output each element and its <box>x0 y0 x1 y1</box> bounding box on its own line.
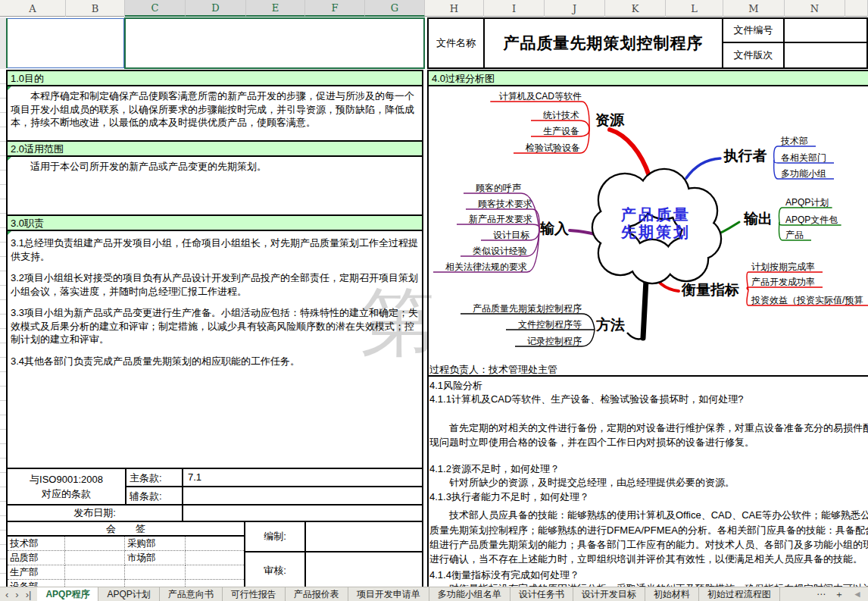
file-name-label-cell[interactable]: 文件名称 <box>427 17 485 69</box>
signoff-signature-cell[interactable] <box>65 551 125 565</box>
sheet-nav: ‹ › ›| <box>0 587 37 601</box>
section2-body-cell[interactable]: 适用于本公司所开发的新产品或产品变更的先期策划。 <box>6 155 423 216</box>
main-clause-label-cell[interactable]: 主条款: <box>125 468 183 487</box>
signoff-signature-cell[interactable] <box>186 537 244 551</box>
column-header-G[interactable]: G <box>365 0 425 17</box>
tab-extras: ⋯ ＋ ◄ <box>810 587 868 601</box>
section3-body-cell[interactable]: 3.1总经理负责组建产品开发项目小组，任命项目小组组长，对先期产品质量策划工作全… <box>6 230 423 469</box>
column-header-L[interactable]: L <box>666 0 723 17</box>
signoff-signature-cell[interactable] <box>125 565 186 580</box>
document-title-cell[interactable]: 产品质量先期策划控制程序 <box>483 17 723 69</box>
process-owner: 过程负责人：技术管理处主管 <box>429 364 557 375</box>
signoff-dept-cell[interactable]: 技术部 <box>8 537 65 551</box>
column-header-D[interactable]: D <box>186 0 246 17</box>
signoff-dept-cell[interactable]: 品质部 <box>8 551 65 565</box>
column-header-partial[interactable] <box>845 0 868 17</box>
sheet-tab-设计任务书[interactable]: 设计任务书 <box>510 587 573 601</box>
sheet-tabs: APQP程序APQP计划产品意向书可行性报告产品报价表项目开发申请单多功能小组名… <box>37 587 779 601</box>
sheet-tab-设计开发目标[interactable]: 设计开发目标 <box>573 587 645 601</box>
signoff-signature-cell[interactable] <box>186 551 244 565</box>
selection-c1-g1[interactable] <box>124 17 425 69</box>
sheet-tab-多功能小组名单[interactable]: 多功能小组名单 <box>429 587 510 601</box>
branch-curve <box>686 158 720 178</box>
section1-heading-cell[interactable]: 1.0目的 <box>6 70 423 86</box>
mindmap-item-label: APQP文件包 <box>785 214 838 225</box>
sheet-tab-初始材料[interactable]: 初始材料 <box>645 587 699 601</box>
cell-a1-green-edge <box>6 18 8 68</box>
mindmap-item-label: 计算机及CAD等软件 <box>499 91 582 102</box>
sheet-tab-产品报价表[interactable]: 产品报价表 <box>286 587 348 601</box>
signoff-signature-cell[interactable] <box>65 565 125 580</box>
review-value-cell[interactable] <box>304 551 423 590</box>
mindmap-item-label: 投资效益（投资实际值/预算 <box>751 295 863 305</box>
sheet-tab-初始过程流程图[interactable]: 初始过程流程图 <box>699 587 780 601</box>
iso-clause-label-cell[interactable]: 与ISO9001:2008 对应的条款 <box>6 468 126 506</box>
section1-body: 本程序确定和制定确保产品使顾客满意所需的新产品开发的步骤，促进与所涉及的每一个项… <box>11 90 414 128</box>
doc-no-value-cell[interactable] <box>783 17 868 43</box>
column-header-N[interactable]: N <box>785 0 845 17</box>
doc-no-label-cell[interactable]: 文件编号 <box>722 17 785 43</box>
column-header-A[interactable]: A <box>0 0 66 17</box>
mindmap-item-label: 生产设备 <box>543 126 579 136</box>
responsibility-paragraph: 3.1总经理负责组建产品开发项目小组，任命项目小组组长，对先期产品质量策划工作全… <box>11 236 420 263</box>
section2-heading-cell[interactable]: 2.0适用范围 <box>6 140 423 157</box>
tab-scroll-right-icon[interactable]: › <box>15 589 18 600</box>
column-header-M[interactable]: M <box>723 0 785 17</box>
review-label-cell[interactable]: 审核: <box>244 551 306 590</box>
owner-divider-line <box>427 375 868 377</box>
signoff-dept-cell[interactable]: 采购部 <box>125 537 186 551</box>
mindmap-branch-label: 输入 <box>539 221 570 236</box>
mindmap-item-label: 多功能小组 <box>781 168 826 179</box>
main-clause-value-cell[interactable]: 7.1 <box>182 468 423 487</box>
sub-clause-value-cell[interactable] <box>182 486 423 506</box>
sheet-tab-产品意向书[interactable]: 产品意向书 <box>160 587 223 601</box>
mindmap-item-label: 检验试验设备 <box>525 142 580 153</box>
publish-date-label-cell[interactable]: 发布日期: <box>6 504 183 522</box>
analysis-line: 4.1.4衡量指标没有完成如何处理？ <box>429 568 868 581</box>
mindmap-item-label: 记录控制程序 <box>527 336 582 346</box>
section1-body-cell[interactable]: 本程序确定和制定确保产品使顾客满意所需的新产品开发的步骤，促进与所涉及的每一个项… <box>6 85 423 142</box>
signoff-dept-cell[interactable]: 生产部 <box>8 565 65 580</box>
tab-scroll-left-icon[interactable]: ‹ <box>5 589 8 600</box>
signoff-header-cell[interactable]: 会 签 <box>6 521 245 537</box>
tab-scroll-end-icon[interactable]: ›| <box>26 589 32 600</box>
column-header-E[interactable]: E <box>246 0 305 17</box>
sheet-tab-可行性报告[interactable]: 可行性报告 <box>223 587 286 601</box>
cell-a1-b1[interactable] <box>6 18 124 68</box>
sheet-tab-APQP程序[interactable]: APQP程序 <box>37 587 98 601</box>
add-sheet-icon[interactable]: ＋ <box>835 588 844 601</box>
signoff-signature-cell[interactable] <box>186 565 244 580</box>
publish-date-value-cell[interactable] <box>182 504 423 522</box>
sub-clause-label-cell[interactable]: 辅条款: <box>125 486 183 506</box>
doc-ver-label-cell[interactable]: 文件版次 <box>722 42 785 69</box>
sheet-tab-APQP计划[interactable]: APQP计划 <box>98 587 159 601</box>
column-header-I[interactable]: I <box>484 0 545 17</box>
signoff-signature-cell[interactable] <box>65 537 125 551</box>
column-header-B[interactable]: B <box>66 0 125 17</box>
column-header-H[interactable]: H <box>425 0 484 17</box>
mindmap-item-label: 设计目标 <box>493 230 530 240</box>
mindmap-branch-label: 执行者 <box>723 148 767 164</box>
column-header-K[interactable]: K <box>605 0 666 17</box>
section4-heading-cell[interactable]: 4.0过程分析图 <box>427 70 868 86</box>
prepare-label-cell[interactable]: 编制: <box>244 521 306 552</box>
signoff-dept-cell[interactable]: 市场部 <box>125 551 186 565</box>
prepare-value-cell[interactable] <box>304 521 423 552</box>
hscroll-left-icon[interactable]: ◄ <box>853 589 862 599</box>
column-header-C[interactable]: C <box>125 0 186 17</box>
column-header-F[interactable]: F <box>305 0 365 17</box>
section1-heading: 1.0目的 <box>11 73 44 84</box>
process-owner-line: 过程负责人：技术管理处主管 <box>429 363 868 376</box>
mindmap-item-label: 技术部 <box>780 136 808 146</box>
signoff-header: 会 签 <box>106 522 145 536</box>
analysis-line: 技术部人员应具备的技能：能够熟练的使用计算机及Office、CAD、CAE等办公… <box>429 509 868 521</box>
doc-ver-value-cell[interactable] <box>783 42 868 69</box>
doc-no-label: 文件编号 <box>734 23 773 37</box>
mindmap-item-label: 各相关部门 <box>781 152 826 163</box>
responsibility-paragraph: 3.3项目小组为新产品或产品变更进行生产准备。小组活动应包括：特殊特性的建立和确… <box>11 306 420 346</box>
column-header-J[interactable]: J <box>545 0 605 17</box>
section3-heading-cell[interactable]: 3.0职责 <box>6 214 423 231</box>
sheet-tab-项目开发申请单[interactable]: 项目开发申请单 <box>348 587 429 601</box>
cell-flag-icon <box>8 231 11 235</box>
more-sheets-icon[interactable]: ⋯ <box>816 589 826 599</box>
